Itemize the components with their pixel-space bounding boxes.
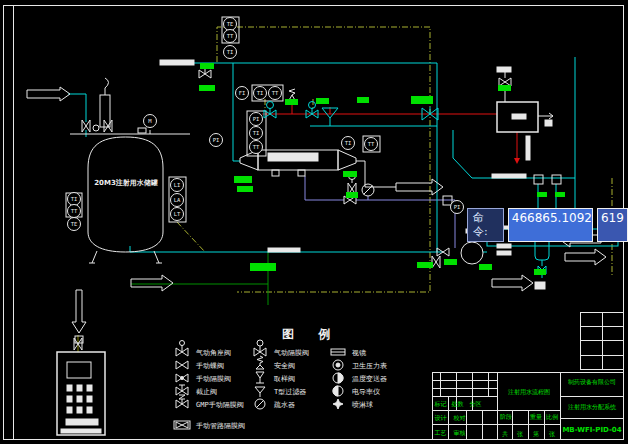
instrument-label: LI xyxy=(174,182,181,188)
instrument-bubble: LI xyxy=(171,179,184,192)
instrument-bubble: TI xyxy=(224,46,237,59)
drain-lines xyxy=(78,252,268,352)
valve-tag xyxy=(237,186,253,192)
titleblock-total: 共 xyxy=(499,430,511,437)
legend-symbol-valve-t xyxy=(256,372,264,383)
legend-item-label: 卫生压力表 xyxy=(352,362,387,370)
instrument-label: TI xyxy=(345,140,352,146)
instrument-label: TE xyxy=(227,21,234,27)
cad-viewport[interactable]: TETTTIFITITTPITITTMPITITTTELILALTTITTPI … xyxy=(0,0,628,444)
pump xyxy=(461,242,511,264)
valve-tag xyxy=(200,63,214,69)
instrument-bubble: TT xyxy=(365,138,378,151)
instrument-label: PI xyxy=(454,204,461,210)
valve-tag xyxy=(357,97,369,103)
legend-symbol-valve-dot xyxy=(176,374,188,382)
instrument-bubble: PI xyxy=(451,201,464,214)
instrument-bubble: FI xyxy=(236,87,249,100)
right-process-unit xyxy=(497,67,553,160)
legend-symbol-half-circle xyxy=(333,373,343,383)
control-cabinet xyxy=(57,352,105,435)
valve-tag xyxy=(498,85,511,91)
instrument-bubble: PI xyxy=(210,134,223,147)
margin-strip xyxy=(581,313,624,370)
instrument-label: PI xyxy=(213,137,220,143)
legend-symbol-valve xyxy=(176,361,188,369)
valve-tag xyxy=(199,85,215,91)
legend-item-label: 喷淋球 xyxy=(352,401,373,409)
steam-trap xyxy=(362,184,374,196)
titleblock-audit: 审核 xyxy=(452,429,467,436)
legend-symbol-valve-circle xyxy=(254,340,266,356)
titleblock-mark: 标记 xyxy=(433,400,448,407)
instrument-label: LT xyxy=(174,211,181,217)
titleblock-check: 校对 xyxy=(452,414,467,421)
legend-item-label: 手动管路隔膜阀 xyxy=(196,422,245,430)
instrument-bubble: TI xyxy=(254,87,267,100)
instrument-bubble: PI xyxy=(250,113,263,126)
legend-item-label: GMP手动隔膜阀 xyxy=(196,401,244,409)
legend-symbol-gauge xyxy=(333,360,343,370)
titleblock-page: 第 xyxy=(530,430,542,437)
legend-symbol-rect xyxy=(331,349,345,355)
legend-item-label: 气动隔膜阀 xyxy=(274,349,309,357)
instrument-label: TI xyxy=(71,196,78,202)
water-lines xyxy=(68,57,618,278)
titleblock-sheet2: 张 xyxy=(546,430,558,437)
legend-item-label: 气动角座阀 xyxy=(196,349,231,357)
legend-symbol-layer: 气动角座阀手动蝶阀手动隔膜阀截止阀GMP手动隔膜阀手动管路隔膜阀气动隔膜阀安全阀… xyxy=(174,340,387,430)
titleblock-project: 注射用水分配系统 xyxy=(562,403,622,410)
legend-item-label: 手动蝶阀 xyxy=(196,362,224,370)
valve-tag xyxy=(234,176,252,183)
titleblock-weight: 重量 xyxy=(529,413,543,420)
legend-item-label: 手动隔膜阀 xyxy=(196,375,231,383)
instrument-label: TI xyxy=(253,130,260,136)
valve-tag xyxy=(346,192,358,198)
titleblock-design: 设计 xyxy=(433,414,448,421)
legend-symbol-safety-valve xyxy=(256,356,264,369)
legend-symbol-valve-actuator xyxy=(176,341,188,357)
instrument-bubble: TT xyxy=(68,205,81,218)
instrument-label: TI xyxy=(227,49,234,55)
legend-symbol-valve-flag xyxy=(176,385,188,395)
coordinate-y-input[interactable]: 619 xyxy=(597,208,628,242)
instrument-label: FI xyxy=(239,90,246,96)
legend-item-label: 截止阀 xyxy=(196,388,217,396)
valve-tag xyxy=(343,171,357,177)
instrument-label: TE xyxy=(71,221,78,227)
valve-tag xyxy=(411,96,433,104)
legend-item-label: 电导率仪 xyxy=(352,388,380,396)
legend-title: 图 例 xyxy=(282,326,340,343)
legend-symbol-valve-box xyxy=(174,421,190,429)
instrument-bubble: TI xyxy=(68,193,81,206)
legend-symbol-valve-z xyxy=(176,395,188,408)
legend-item-label: 视镜 xyxy=(352,349,366,357)
valve-tag xyxy=(534,269,546,275)
instrument-bubble: TT xyxy=(224,30,237,43)
valve-tag xyxy=(444,259,457,265)
legend-symbol-spray xyxy=(333,399,343,409)
legend-item-label: 温度变送器 xyxy=(352,375,387,383)
instrument-label: TT xyxy=(368,141,375,147)
instrument-label: TT xyxy=(272,90,279,96)
titleblock-drawing-no: MB-WFI-PID-04 xyxy=(562,426,622,434)
titleblock-scale: 比例 xyxy=(545,413,559,420)
titleblock-company: 制药设备有限公司 xyxy=(562,378,622,385)
legend-item-label: T型过滤器 xyxy=(274,388,306,396)
instrument-label: LA xyxy=(174,197,181,203)
instrument-bubble: LA xyxy=(171,194,184,207)
instrument-label: TT xyxy=(71,208,78,214)
instrument-bubble: TI xyxy=(250,127,263,140)
titleblock-zone: 分区 xyxy=(468,400,483,407)
titleblock-stage: 阶段 xyxy=(499,413,513,420)
instrument-bubble: LT xyxy=(171,208,184,221)
coordinate-x-input[interactable]: 466865.1092 xyxy=(508,208,593,242)
valve-tag xyxy=(479,264,492,270)
instrument-label: TT xyxy=(253,144,260,150)
command-overlay: 命令: 466865.1092 619 xyxy=(467,208,628,242)
command-prompt-label: 命令: xyxy=(467,208,504,242)
legend-symbol-half-circle2 xyxy=(333,386,343,396)
titleblock-craft: 工艺 xyxy=(433,429,448,436)
valve-tag xyxy=(417,262,433,268)
valve-tag xyxy=(537,192,547,197)
